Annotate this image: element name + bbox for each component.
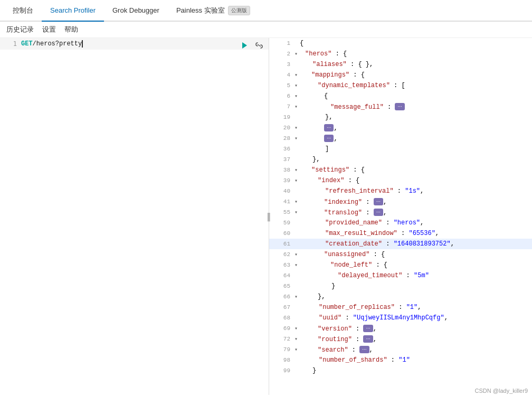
collapsed-badge[interactable]: ··· (395, 103, 404, 110)
tab-console[interactable]: 控制台 (4, 0, 42, 22)
tab-painless-lab[interactable]: Painless 实验室 公测版 (168, 0, 259, 22)
svg-line-1 (258, 44, 261, 46)
fold-icon[interactable]: ▾ (294, 103, 298, 110)
fold-icon[interactable]: ▾ (294, 82, 298, 89)
json-line: 28▾···, (269, 133, 532, 144)
json-line-number: 67 (271, 304, 290, 310)
json-line-number: 79 (271, 346, 290, 353)
json-line: 64"delayed_timeout" : "5m" (269, 270, 532, 281)
fold-icon[interactable]: ▾ (294, 336, 298, 342)
json-line-number: 72 (271, 336, 290, 342)
fold-icon[interactable]: ▾ (294, 51, 298, 57)
help-button[interactable]: 帮助 (64, 25, 78, 34)
main-area: 1 GET /heros?pretty (0, 38, 532, 395)
fold-icon[interactable]: ▾ (294, 251, 298, 258)
json-line-number: 63 (271, 262, 290, 268)
tab-search-profiler[interactable]: Search Profiler (42, 0, 104, 22)
json-line: 60"max_result_window" : "65536", (269, 228, 532, 239)
fold-icon[interactable]: ▾ (294, 93, 298, 99)
fold-icon[interactable]: ▾ (294, 262, 298, 268)
json-line-number: 4 (271, 72, 290, 78)
fold-icon[interactable]: ▾ (294, 325, 298, 332)
fold-icon[interactable]: ▾ (294, 177, 298, 184)
settings-button[interactable]: 设置 (42, 25, 56, 34)
json-line-number: 98 (271, 357, 290, 363)
json-line-number: 60 (271, 230, 290, 237)
json-line: 7▾"message_full" : ··· (269, 101, 532, 112)
json-line: 63▾"node_left" : { (269, 260, 532, 270)
json-line: 1{ (269, 38, 532, 49)
fold-icon[interactable]: ▾ (294, 72, 298, 78)
json-line-number: 5 (271, 82, 290, 89)
sub-toolbar: 历史记录 设置 帮助 (0, 22, 532, 38)
json-output-panel[interactable]: 1{2▾"heros" : {3"aliases" : { },4▾"mappi… (269, 38, 532, 395)
json-line-number: 28 (271, 135, 290, 142)
json-line-number: 7 (271, 103, 290, 110)
json-line-number: 39 (271, 177, 290, 184)
json-line: 3"aliases" : { }, (269, 59, 532, 70)
fold-icon[interactable]: ▾ (294, 209, 298, 215)
json-line-number: 37 (271, 156, 290, 163)
json-line-number: 41 (271, 199, 290, 205)
json-line-number: 59 (271, 220, 290, 226)
json-line-number: 38 (271, 167, 290, 173)
collapsed-badge[interactable]: ··· (359, 346, 369, 353)
json-line-number: 1 (271, 40, 290, 46)
url-text: /heros?pretty (33, 40, 82, 48)
copy-as-curl-button[interactable] (254, 40, 264, 51)
tab-grok-debugger[interactable]: Grok Debugger (104, 0, 168, 22)
fold-icon[interactable]: ▾ (294, 346, 298, 353)
json-line: 72▾"routing" : ···, (269, 334, 532, 344)
json-line: 62▾"unassigned" : { (269, 249, 532, 260)
json-line: 55▾"translog" : ···, (269, 207, 532, 218)
json-line: 69▾"version" : ···, (269, 323, 532, 334)
top-navigation: 控制台 Search Profiler Grok Debugger Painle… (0, 0, 532, 22)
collapsed-badge[interactable]: ··· (324, 124, 334, 131)
fold-icon[interactable]: ▾ (294, 135, 298, 142)
fold-icon[interactable]: ▾ (294, 294, 298, 300)
collapsed-badge[interactable]: ··· (363, 325, 373, 332)
collapsed-badge[interactable]: ··· (374, 198, 383, 205)
editor-pane[interactable]: 1 GET /heros?pretty (0, 38, 269, 395)
json-line: 38▾"settings" : { (269, 165, 532, 175)
json-line: 61"creation_date" : "1640831893752", (269, 239, 532, 249)
json-line-number: 69 (271, 325, 290, 332)
collapsed-badge[interactable]: ··· (374, 209, 383, 216)
history-button[interactable]: 历史记录 (6, 25, 34, 34)
collapsed-badge[interactable]: ··· (363, 335, 373, 343)
json-line: 4▾"mappings" : { (269, 70, 532, 80)
watermark: CSDN @lady_killer9 (475, 388, 528, 394)
json-line: 39▾"index" : { (269, 175, 532, 186)
editor-content[interactable]: GET /heros?pretty (21, 40, 264, 48)
line-number-1: 1 (4, 40, 17, 48)
json-line: 67"number_of_replicas" : "1", (269, 302, 532, 313)
json-line-number: 66 (271, 294, 290, 300)
json-line: 65} (269, 281, 532, 291)
json-line-number: 19 (271, 114, 290, 120)
json-line: 6▾{ (269, 91, 532, 101)
run-button[interactable] (239, 40, 250, 51)
json-line-number: 68 (271, 315, 290, 321)
json-line: 99} (269, 365, 532, 376)
fold-icon[interactable]: ▾ (294, 199, 298, 205)
json-line: 68"uuid" : "UqjweyIISLm4ny1MhpCqfg", (269, 313, 532, 323)
json-line: 2▾"heros" : { (269, 49, 532, 59)
fold-icon[interactable]: ▾ (294, 125, 298, 131)
json-line: 36] (269, 144, 532, 154)
json-line: 20▾···, (269, 122, 532, 133)
json-line-number: 6 (271, 93, 290, 99)
editor-line-1[interactable]: 1 GET /heros?pretty (0, 38, 269, 50)
json-line: 59"provided_name" : "heros", (269, 218, 532, 228)
json-line: 19}, (269, 112, 532, 122)
json-line-number: 36 (271, 146, 290, 152)
json-line-number: 65 (271, 283, 290, 289)
editor-panel: 1 GET /heros?pretty (0, 38, 269, 395)
json-line-number: 55 (271, 209, 290, 215)
json-line: 5▾"dynamic_templates" : [ (269, 80, 532, 91)
http-method: GET (21, 40, 33, 48)
json-line-number: 2 (271, 51, 290, 57)
json-line: 37}, (269, 154, 532, 165)
panel-resize-handle[interactable]: ∥ (266, 38, 271, 395)
fold-icon[interactable]: ▾ (294, 167, 298, 173)
collapsed-badge[interactable]: ··· (324, 135, 334, 142)
